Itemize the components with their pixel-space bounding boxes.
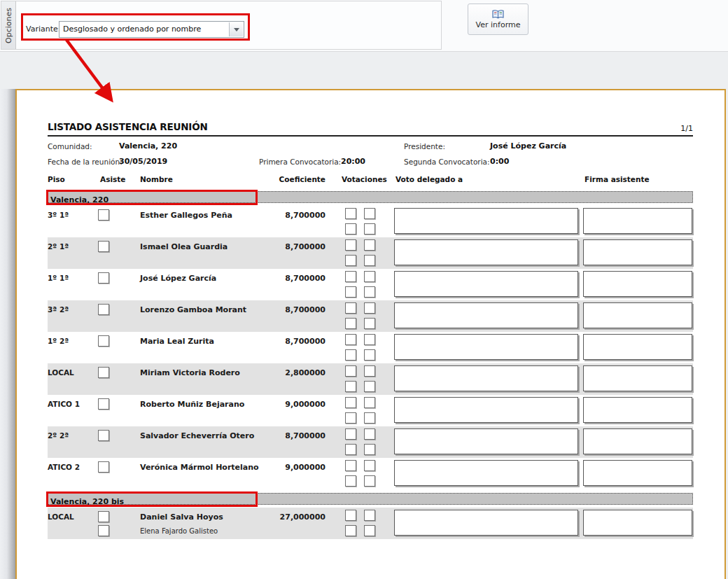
segunda-label: Segunda Convocatoria:	[404, 158, 490, 166]
votacion-checkbox	[345, 255, 356, 266]
report-body: Valencia, 2203º 1ªEsther Gallegos Peña8,…	[48, 191, 693, 539]
attendee-name: Lorenzo Gamboa Morant	[140, 305, 246, 314]
votacion-checkbox	[364, 397, 375, 408]
piso-cell: ATICO 2	[48, 463, 80, 471]
ver-informe-button[interactable]: Ver informe	[468, 4, 528, 35]
attendee-row: 2º 2ªSalvador Echeverría Otero8,700000	[48, 426, 693, 458]
tab-opciones[interactable]: Opciones	[1, 1, 16, 49]
votacion-checkbox	[364, 208, 375, 219]
open-book-icon	[492, 10, 504, 19]
votacion-checkbox	[345, 239, 356, 251]
presidente-value: José López García	[490, 141, 566, 151]
options-panel: Opciones Variante: Desglosado y ordenado…	[1, 1, 442, 50]
column-headers: Piso Asiste Nombre Coeficiente Votacione…	[48, 175, 693, 186]
attendee-name: José López García	[140, 274, 216, 283]
firma-box	[583, 208, 692, 234]
variante-dropdown[interactable]: Desglosado y ordenado por nombre	[59, 21, 244, 38]
voto-delegado-box	[394, 334, 578, 360]
group-band: Valencia, 220	[48, 191, 693, 203]
attendee-row: 3ª 2ªLorenzo Gamboa Morant8,700000	[48, 300, 693, 332]
firma-box	[583, 460, 692, 486]
asiste-checkbox	[98, 525, 109, 536]
voto-delegado-box	[394, 239, 578, 265]
votacion-checkbox	[364, 365, 375, 377]
votacion-checkbox	[345, 302, 356, 314]
page-indicator: 1/1	[623, 124, 693, 133]
piso-cell: 3ª 2ª	[48, 305, 69, 314]
coeficiente-cell: 8,700000	[241, 274, 326, 283]
coeficiente-cell: 8,700000	[241, 211, 326, 220]
attendee-name: Daniel Salva Hoyos	[140, 512, 223, 522]
piso-cell: 3º 1ª	[48, 211, 69, 219]
votacion-checkbox	[345, 271, 356, 282]
piso-cell: 1º 2ª	[48, 337, 69, 345]
votacion-checkbox	[345, 444, 356, 455]
votacion-checkbox	[345, 365, 356, 377]
votacion-checkbox	[364, 525, 375, 536]
primera-label: Primera Convocatoria:	[259, 158, 341, 166]
group-band: Valencia, 220 bis	[48, 493, 693, 505]
voto-delegado-box	[394, 302, 578, 328]
votacion-checkbox	[345, 428, 356, 440]
chevron-down-icon	[234, 28, 239, 32]
votacion-checkbox	[364, 381, 375, 392]
votacion-checkbox	[364, 510, 375, 521]
votacion-checkbox	[364, 271, 375, 282]
firma-box	[583, 334, 692, 360]
fecha-label: Fecha de la reunión:	[48, 158, 122, 166]
votacion-checkbox	[345, 412, 356, 424]
firma-box	[583, 239, 692, 265]
asiste-checkbox	[98, 272, 109, 284]
col-asiste: Asiste	[100, 175, 125, 183]
attendee-name: Esther Gallegos Peña	[140, 211, 232, 220]
group-band-label: Valencia, 220 bis	[48, 497, 124, 507]
coeficiente-cell: 9,000000	[241, 463, 326, 472]
votacion-checkbox	[345, 381, 356, 392]
comunidad-label: Comunidad:	[48, 142, 92, 151]
votacion-checkbox	[364, 412, 375, 424]
votacion-checkbox	[364, 349, 375, 361]
votacion-checkbox	[364, 475, 375, 487]
report-page: LISTADO ASISTENCIA REUNIÓN 1/1 Comunidad…	[15, 89, 726, 579]
segunda-value: 0:00	[490, 157, 509, 166]
primera-value: 20:00	[341, 157, 365, 166]
coeficiente-cell: 2,800000	[241, 368, 326, 377]
votacion-checkbox	[345, 286, 356, 298]
votacion-checkbox	[345, 223, 356, 235]
votacion-checkbox	[364, 444, 375, 455]
coeficiente-cell: 8,700000	[241, 431, 326, 440]
variante-dropdown-value: Desglosado y ordenado por nombre	[63, 25, 201, 34]
votacion-checkbox	[364, 334, 375, 345]
votacion-checkbox	[364, 460, 375, 471]
attendee-name: Miriam Victoria Rodero	[140, 368, 240, 377]
votacion-checkbox	[364, 239, 375, 251]
piso-cell: 2º 2ª	[48, 431, 69, 440]
title-rule	[48, 135, 693, 137]
report-title: LISTADO ASISTENCIA REUNIÓN	[48, 121, 208, 132]
votacion-checkbox	[345, 318, 356, 329]
attendee-name: Elena Fajardo Galisteo	[140, 527, 218, 535]
asiste-checkbox	[98, 335, 109, 347]
attendee-name: Salvador Echeverría Otero	[140, 431, 254, 440]
votacion-checkbox	[345, 208, 356, 219]
variante-dropdown-button[interactable]	[229, 22, 243, 36]
voto-delegado-box	[394, 365, 578, 391]
votacion-checkbox	[345, 475, 356, 487]
col-firma: Firma asistente	[584, 175, 650, 183]
col-piso: Piso	[48, 175, 65, 183]
attendee-name: Ismael Olea Guardia	[140, 242, 227, 251]
voto-delegado-box	[394, 460, 578, 486]
col-nombre: Nombre	[140, 175, 173, 183]
asiste-checkbox	[98, 241, 109, 252]
piso-cell: 2º 1ª	[48, 242, 69, 251]
votacion-checkbox	[364, 286, 375, 298]
attendee-row: 1º 2ªMaria Leal Zurita8,700000	[48, 332, 693, 363]
col-voto-delegado: Voto delegado a	[396, 175, 463, 183]
voto-delegado-box	[394, 271, 578, 297]
votacion-checkbox	[345, 525, 356, 536]
firma-box	[583, 271, 692, 297]
votacion-checkbox	[345, 349, 356, 361]
tab-opciones-label: Opciones	[4, 8, 13, 43]
coeficiente-cell: 8,700000	[241, 242, 326, 251]
attendee-row: 1º 1ªJosé López García8,700000	[48, 269, 693, 300]
